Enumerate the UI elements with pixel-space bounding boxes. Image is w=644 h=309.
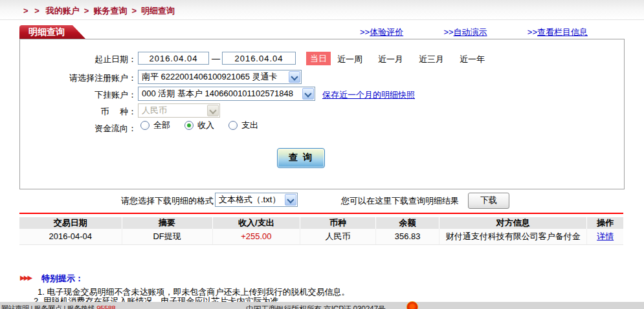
radio-all[interactable] bbox=[140, 121, 150, 130]
cell-amount: +255.00 bbox=[212, 229, 300, 244]
cell-date: 2016-04-04 bbox=[19, 229, 122, 244]
breadcrumb: > >我的账户>账务查询>明细查询 bbox=[23, 5, 175, 17]
col-header-balance: 余额 bbox=[375, 217, 439, 229]
radio-label: 收入 bbox=[197, 120, 214, 131]
breadcrumb-prefix: > > bbox=[23, 6, 41, 16]
sub-account-label: 下挂账户： bbox=[20, 89, 137, 101]
breadcrumb-account-query[interactable]: 账务查询 bbox=[93, 6, 127, 16]
red-divider bbox=[19, 213, 623, 214]
col-header-date: 交易日期 bbox=[19, 217, 122, 229]
flow-option-expense[interactable]: 支出 bbox=[228, 120, 258, 131]
cell-counterparty: 财付通支付科技有限公司客户备付金 bbox=[439, 229, 586, 244]
cell-summary: DF提现 bbox=[122, 229, 212, 244]
footer-left-text: 网站声明 | 服务网点 | 服务热线 95588 bbox=[1, 304, 115, 309]
fund-flow-options: 全部 收入 支出 bbox=[140, 120, 272, 131]
link-prefix: >> bbox=[360, 27, 370, 37]
link-label: 查看栏目信息 bbox=[537, 27, 588, 37]
download-hint: 您可以在这里下载查询明细结果 bbox=[341, 195, 459, 207]
col-header-summary: 摘要 bbox=[122, 217, 212, 229]
col-header-counterparty: 对方信息 bbox=[439, 217, 586, 229]
quick-range-quarter[interactable]: 近三月 bbox=[419, 54, 444, 65]
currency-select-disabled: 人民币 bbox=[138, 103, 220, 118]
footer-bar: 网站声明 | 服务网点 | 服务热线 95588 中国工商银行版权所有 京ICP… bbox=[0, 302, 644, 309]
download-format-value: 文本格式（.txt） bbox=[219, 193, 284, 206]
query-button[interactable]: 查 询 bbox=[277, 148, 325, 168]
col-header-currency: 币种 bbox=[300, 217, 375, 229]
link-label: 体验评价 bbox=[370, 27, 403, 37]
currency-label: 币 种： bbox=[20, 106, 137, 118]
quick-range-week[interactable]: 近一周 bbox=[337, 54, 362, 65]
breadcrumb-detail-query[interactable]: 明细查询 bbox=[141, 6, 175, 16]
registered-account-label: 请选择注册账户： bbox=[20, 72, 137, 84]
red-seal-icon bbox=[406, 301, 418, 309]
link-experience-review[interactable]: >>体验评价 bbox=[360, 27, 403, 38]
triple-arrow-icon: ▶▶▶ bbox=[20, 274, 31, 281]
radio-income[interactable] bbox=[184, 121, 194, 130]
special-notes-title: 特别提示： bbox=[41, 273, 83, 284]
col-header-action: 操作 bbox=[586, 217, 623, 229]
chevron-down-icon[interactable] bbox=[285, 194, 296, 206]
breadcrumb-bar: > >我的账户>账务查询>明细查询 bbox=[0, 0, 644, 20]
breadcrumb-separator: > bbox=[131, 6, 137, 16]
radio-label: 全部 bbox=[153, 120, 170, 131]
tab-detail-query[interactable]: 明细查询 bbox=[19, 25, 85, 39]
link-prefix: >> bbox=[443, 27, 453, 37]
link-view-column-info[interactable]: >>查看栏目信息 bbox=[527, 27, 588, 38]
date-separator: — bbox=[212, 54, 220, 63]
results-table: 交易日期 摘要 收入/支出 币种 余额 对方信息 操作 2016-04-04 D… bbox=[19, 217, 623, 245]
registered-account-value: 南平 6222001406100921065 灵通卡 bbox=[142, 70, 288, 83]
radio-expense[interactable] bbox=[228, 121, 238, 130]
save-snapshot-link[interactable]: 保存近一个月的明细快照 bbox=[322, 89, 415, 101]
table-header-row: 交易日期 摘要 收入/支出 币种 余额 对方信息 操作 bbox=[19, 217, 623, 229]
page: > >我的账户>账务查询>明细查询 明细查询 >>体验评价 >>自动演示 >>查… bbox=[0, 0, 644, 309]
download-format-select[interactable]: 文本格式（.txt） bbox=[215, 193, 298, 207]
breadcrumb-my-account[interactable]: 我的账户 bbox=[46, 6, 80, 16]
cell-action: 详情 bbox=[586, 229, 623, 244]
link-auto-demo[interactable]: >>自动演示 bbox=[443, 27, 487, 38]
quick-range-year[interactable]: 近一年 bbox=[460, 54, 485, 65]
footer-copyright: 中国工商银行版权所有 京ICP证 030247号 bbox=[246, 304, 386, 309]
col-header-amount: 收入/支出 bbox=[212, 217, 300, 229]
hotline-number: 95588 bbox=[96, 304, 115, 309]
cell-currency: 人民币 bbox=[300, 229, 375, 244]
registered-account-select[interactable]: 南平 6222001406100921065 灵通卡 bbox=[138, 70, 302, 84]
header-links: >>体验评价 >>自动演示 >>查看栏目信息 bbox=[360, 27, 588, 38]
date-from-input[interactable] bbox=[138, 52, 209, 65]
quick-range-month[interactable]: 近一月 bbox=[378, 54, 403, 65]
sub-account-select[interactable]: 000 活期 基本户 1406600101102571848 bbox=[138, 87, 315, 101]
date-to-input[interactable] bbox=[222, 52, 296, 65]
download-format-label: 请您选择下载明细的格式 bbox=[121, 195, 214, 207]
cell-balance: 356.83 bbox=[375, 229, 439, 244]
chevron-down-icon bbox=[207, 105, 219, 116]
date-range-label: 起止日期： bbox=[20, 54, 137, 65]
flow-option-all[interactable]: 全部 bbox=[140, 120, 170, 131]
fund-flow-label: 资金流向： bbox=[20, 123, 137, 134]
breadcrumb-separator: > bbox=[84, 6, 89, 16]
table-row: 2016-04-04 DF提现 +255.00 人民币 356.83 财付通支付… bbox=[19, 229, 623, 245]
radio-label: 支出 bbox=[241, 120, 258, 131]
link-label: 自动演示 bbox=[454, 27, 487, 37]
detail-link[interactable]: 详情 bbox=[597, 231, 614, 241]
chevron-down-icon[interactable] bbox=[289, 71, 300, 83]
query-form-panel: 起止日期： — 当日 近一周 近一月 近三月 近一年 请选择注册账户： 南平 6… bbox=[19, 39, 625, 189]
chevron-down-icon[interactable] bbox=[302, 88, 314, 100]
today-badge-button[interactable]: 当日 bbox=[306, 52, 331, 65]
flow-option-income[interactable]: 收入 bbox=[184, 120, 214, 131]
sub-account-value: 000 活期 基本户 1406600101102571848 bbox=[142, 87, 302, 100]
link-prefix: >> bbox=[527, 27, 537, 37]
currency-value: 人民币 bbox=[142, 104, 206, 117]
download-button[interactable]: 下载 bbox=[468, 193, 509, 209]
